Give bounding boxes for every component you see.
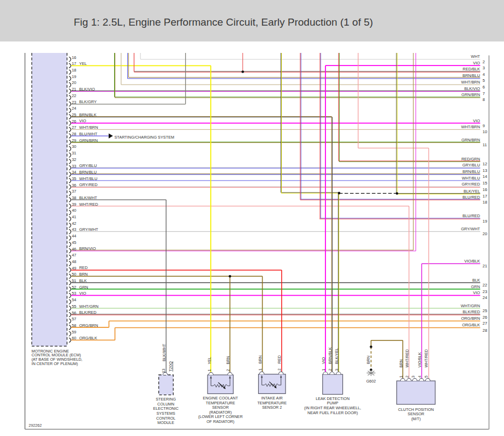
svg-text:31: 31 [72, 151, 76, 156]
svg-text:24: 24 [72, 106, 76, 111]
svg-text:GRY/BLU: GRY/BLU [463, 163, 480, 168]
svg-text:47: 47 [72, 253, 76, 258]
svg-text:BLU/RED: BLU/RED [463, 195, 480, 200]
svg-text:39: 39 [72, 202, 76, 207]
svg-text:36: 36 [72, 183, 76, 188]
svg-text:28: 28 [72, 132, 76, 136]
svg-text:GRY/WHT: GRY/WHT [79, 227, 98, 232]
svg-text:GRN/BRN: GRN/BRN [461, 138, 480, 142]
svg-text:BLU/RED: BLU/RED [463, 213, 480, 218]
svg-text:RED: RED [79, 265, 88, 270]
svg-text:WHT/RED: WHT/RED [424, 349, 429, 368]
svg-text:ORG/BRN: ORG/BRN [461, 316, 481, 321]
svg-text:BLK: BLK [79, 278, 87, 283]
svg-text:2: 2 [328, 369, 333, 371]
svg-text:19: 19 [483, 219, 487, 224]
svg-text:GRN: GRN [471, 284, 480, 289]
svg-text:27: 27 [483, 321, 487, 326]
svg-text:WHT: WHT [471, 54, 480, 59]
svg-text:17: 17 [483, 194, 487, 199]
svg-text:56: 56 [72, 310, 76, 315]
svg-text:BRN: BRN [226, 356, 230, 364]
svg-text:19: 19 [72, 74, 76, 79]
svg-text:2: 2 [405, 375, 410, 378]
svg-text:WHT/BRN: WHT/BRN [461, 124, 481, 129]
svg-text:11: 11 [483, 142, 487, 147]
svg-text:VIO: VIO [321, 357, 326, 364]
svg-text:WHT/BRN: WHT/BRN [461, 80, 481, 85]
svg-text:GRN: GRN [79, 285, 88, 290]
svg-text:VIO: VIO [473, 290, 480, 295]
svg-text:292262: 292262 [29, 423, 42, 428]
svg-text:IN CENTER OF PLENUM): IN CENTER OF PLENUM) [32, 361, 78, 366]
svg-text:4: 4 [483, 72, 485, 77]
svg-text:51: 51 [72, 278, 76, 283]
svg-text:SENSOR 2: SENSOR 2 [262, 405, 282, 410]
svg-text:GRY/RED: GRY/RED [79, 182, 98, 187]
svg-text:26: 26 [483, 315, 487, 320]
svg-text:BRN/VIO: BRN/VIO [79, 246, 96, 251]
svg-text:3: 3 [334, 369, 339, 371]
svg-text:34: 34 [72, 170, 76, 175]
svg-text:BRN: BRN [258, 355, 263, 363]
svg-text:22: 22 [72, 93, 76, 98]
svg-text:VIO/BLK: VIO/BLK [464, 259, 480, 264]
svg-text:BRN/BLK: BRN/BLK [328, 347, 333, 364]
svg-text:20: 20 [483, 231, 487, 236]
svg-text:57: 57 [72, 316, 76, 321]
svg-text:16: 16 [72, 55, 76, 60]
svg-text:6: 6 [483, 85, 485, 89]
svg-text:VIO/BLK: VIO/BLK [417, 352, 422, 367]
svg-text:1: 1 [207, 369, 212, 372]
svg-text:BRN: BRN [366, 356, 371, 364]
svg-text:5: 5 [483, 78, 485, 83]
svg-text:17: 17 [72, 61, 76, 66]
svg-text:NEAR FUEL FILLER DOOR): NEAR FUEL FILLER DOOR) [307, 410, 358, 415]
svg-text:50: 50 [72, 272, 76, 277]
svg-text:G602: G602 [366, 379, 376, 384]
svg-text:40: 40 [72, 208, 76, 213]
svg-text:3: 3 [411, 375, 416, 378]
svg-text:24: 24 [483, 295, 487, 300]
svg-text:58: 58 [72, 323, 76, 328]
svg-text:GRY/WHT: GRY/WHT [461, 226, 480, 231]
svg-text:ORG/BLK: ORG/BLK [462, 322, 480, 327]
svg-text:27: 27 [72, 125, 76, 130]
svg-text:1: 1 [258, 368, 263, 371]
svg-text:48: 48 [72, 259, 76, 264]
svg-text:41: 41 [72, 214, 76, 219]
svg-text:18: 18 [72, 68, 76, 73]
svg-text:BRN/BLK: BRN/BLK [79, 112, 97, 117]
svg-text:32: 32 [72, 157, 76, 162]
svg-text:4: 4 [417, 375, 422, 378]
svg-text:42: 42 [72, 221, 76, 226]
svg-text:PUMP: PUMP [327, 401, 339, 405]
svg-text:55: 55 [72, 304, 76, 309]
svg-text:1: 1 [321, 369, 326, 371]
svg-text:GRN/BRN: GRN/BRN [79, 138, 98, 143]
svg-text:3: 3 [483, 65, 485, 70]
svg-text:60: 60 [72, 336, 76, 341]
svg-text:RED: RED [277, 355, 282, 363]
svg-text:OF RADIATOR): OF RADIATOR) [206, 419, 234, 424]
svg-text:BLK: BLK [472, 278, 480, 283]
svg-text:WHT/BRN: WHT/BRN [79, 125, 98, 130]
svg-text:37: 37 [72, 189, 76, 194]
svg-text:21: 21 [72, 87, 76, 92]
svg-text:ORG/BRN: ORG/BRN [79, 323, 98, 328]
svg-text:52: 52 [72, 285, 76, 290]
svg-text:VIO: VIO [473, 61, 480, 65]
svg-text:BLU/WHT: BLU/WHT [79, 132, 98, 136]
svg-text:BLK/VIO: BLK/VIO [464, 86, 480, 91]
svg-text:BRN/BLU: BRN/BLU [463, 73, 480, 78]
svg-text:46: 46 [72, 247, 76, 252]
svg-text:28: 28 [483, 328, 487, 333]
svg-text:RED/BLK: RED/BLK [463, 67, 480, 71]
svg-text:YEL: YEL [79, 61, 87, 66]
svg-text:14: 14 [483, 174, 487, 179]
svg-text:23: 23 [72, 100, 76, 105]
svg-text:BLK/GRY: BLK/GRY [79, 99, 97, 104]
svg-text:WHT/RED: WHT/RED [405, 349, 410, 368]
svg-text:BLK/WHT: BLK/WHT [79, 195, 97, 200]
svg-text:10: 10 [483, 129, 487, 134]
